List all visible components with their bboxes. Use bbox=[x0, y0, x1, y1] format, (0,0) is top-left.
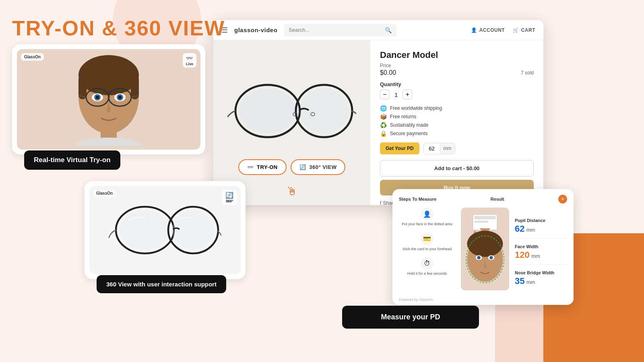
badge-360: 🔄 360° bbox=[222, 190, 237, 205]
pd-steps-column: 👤 Put your face in the dotted area 💳 Sti… bbox=[399, 208, 455, 290]
view-360-button[interactable]: 🔄 360° VIEW bbox=[291, 159, 346, 175]
search-input[interactable] bbox=[289, 27, 382, 33]
face-width-value: 120 bbox=[515, 250, 530, 260]
nose-bridge-value: 35 bbox=[515, 276, 524, 286]
tryon-card-label: Real-time Virtual Try-on bbox=[24, 150, 120, 170]
pd-measurement-card: Steps To Measure Result × 👤 Put your fac… bbox=[392, 189, 574, 305]
pd-result-header-title: Result bbox=[491, 197, 504, 202]
pd-step-3-text: Hold it for a few seconds bbox=[407, 272, 447, 276]
pd-card-header: Steps To Measure Result × bbox=[392, 189, 574, 204]
pd-bottom-label: Measure your PD bbox=[342, 306, 479, 329]
pd-step-1: 👤 Put your face in the dotted area bbox=[399, 208, 455, 227]
glasses-product-image bbox=[227, 79, 356, 143]
get-pd-button[interactable]: Get Your PD bbox=[380, 142, 419, 154]
product-area: 👓 TRY-ON 🔄 360° VIEW 🖱 Dancer Model Pric… bbox=[213, 40, 543, 205]
glasses-image-container bbox=[223, 71, 360, 151]
glasson-badge: GlassOn bbox=[21, 53, 44, 61]
pd-step-2: 💳 Stick the card to your forehead bbox=[399, 232, 455, 252]
pd-step-3-icon: ⏱ bbox=[421, 257, 433, 270]
rotate-360-icon: 🔄 bbox=[225, 191, 233, 199]
card-360-image: GlassOn 🔄 360° bbox=[89, 186, 241, 274]
pd-bottom-label-wrapper: Measure your PD bbox=[342, 306, 479, 329]
live-badge: 👓 Live bbox=[183, 53, 196, 68]
account-label: ACCOUNT bbox=[479, 27, 505, 33]
card-360-wrapper: GlassOn 🔄 360° bbox=[85, 181, 246, 279]
pd-face-svg bbox=[461, 213, 509, 285]
product-name: Dancer Model bbox=[380, 50, 534, 60]
nose-bridge-unit: mm bbox=[526, 279, 535, 285]
account-icon: 👤 bbox=[471, 27, 477, 33]
cart-label: CART bbox=[521, 27, 535, 33]
product-info-section: Dancer Model Price $0.00 7 sold Quantity… bbox=[370, 40, 543, 205]
shipping-icon: 🌐 bbox=[380, 105, 387, 111]
features-list: 🌐 Free worldwide shipping 📦 Free returns… bbox=[380, 105, 534, 137]
pd-card-body: 👤 Put your face in the dotted area 💳 Sti… bbox=[392, 204, 574, 296]
sold-badge: 7 sold bbox=[521, 70, 534, 76]
nav-right-section: 👤 ACCOUNT 🛒 CART bbox=[471, 27, 535, 33]
svg-point-32 bbox=[477, 256, 481, 259]
svg-point-14 bbox=[96, 96, 99, 99]
pd-step-2-text: Stick the card to your forehead bbox=[402, 247, 452, 252]
tryon-card: GlassOn 👓 Live bbox=[12, 44, 205, 174]
svg-point-17 bbox=[118, 96, 122, 99]
nav-logo: glasson-video bbox=[234, 27, 277, 33]
badge-360-text: 360° bbox=[226, 199, 233, 203]
pd-close-button[interactable]: × bbox=[558, 195, 567, 204]
pd-unit: mm bbox=[440, 143, 455, 154]
card-360: GlassOn 🔄 360° bbox=[85, 181, 246, 297]
quantity-increase-button[interactable]: + bbox=[402, 90, 412, 99]
glasson-360-badge: GlassOn bbox=[93, 190, 116, 197]
glasses-icon: 👓 bbox=[247, 164, 254, 170]
svg-point-34 bbox=[489, 256, 493, 259]
pd-step-1-icon: 👤 bbox=[421, 208, 433, 220]
rotate-icon: 🔄 bbox=[299, 164, 306, 170]
pd-input-group: mm bbox=[423, 143, 455, 154]
returns-icon: 📦 bbox=[380, 113, 387, 120]
tryon-card-wrapper: GlassOn 👓 Live bbox=[12, 44, 205, 154]
person-face-svg bbox=[68, 53, 149, 146]
try-on-button[interactable]: 👓 TRY-ON bbox=[238, 159, 287, 175]
pd-result-pupil: Pupil Distance 62 mm bbox=[515, 218, 567, 239]
share-icon: f bbox=[380, 200, 381, 205]
feature-shipping: 🌐 Free worldwide shipping bbox=[380, 105, 534, 111]
pd-powered-text: Powered by GlassOn bbox=[392, 296, 574, 305]
feature-sustainable: ♻️ Sustainably made bbox=[380, 122, 534, 128]
face-width-unit: mm bbox=[531, 253, 540, 259]
browser-navbar: ☰ glasson-video 🔍 👤 ACCOUNT 🛒 CART bbox=[213, 20, 543, 40]
product-image-section: 👓 TRY-ON 🔄 360° VIEW 🖱 bbox=[213, 40, 370, 205]
add-to-cart-button[interactable]: Add to cart - $0.00 bbox=[380, 160, 534, 177]
main-title: TRY-ON & 360 VIEW bbox=[12, 16, 225, 40]
pd-face-image bbox=[461, 208, 509, 290]
pd-row: Get Your PD mm bbox=[380, 142, 534, 154]
pd-steps-header-title: Steps To Measure bbox=[399, 197, 436, 202]
pd-step-3: ⏱ Hold it for a few seconds bbox=[399, 257, 455, 276]
glasses-360-svg bbox=[109, 198, 221, 262]
pupil-distance-value: 62 bbox=[515, 224, 524, 234]
search-bar[interactable]: 🔍 bbox=[284, 24, 396, 37]
live-icon: 👓 bbox=[186, 55, 193, 61]
svg-point-7 bbox=[72, 138, 145, 146]
face-width-label: Face Width bbox=[515, 244, 567, 249]
svg-point-25 bbox=[172, 211, 214, 249]
account-button[interactable]: 👤 ACCOUNT bbox=[471, 27, 505, 33]
cart-button[interactable]: 🛒 CART bbox=[513, 27, 535, 33]
svg-point-23 bbox=[120, 211, 170, 249]
view-360-label: 360° VIEW bbox=[309, 164, 336, 170]
pd-step-2-icon: 💳 bbox=[421, 232, 433, 245]
pd-result-nose-bridge: Nose Bridge Width 35 mm bbox=[515, 270, 567, 290]
svg-point-3 bbox=[300, 89, 348, 133]
try-on-buttons-row: 👓 TRY-ON 🔄 360° VIEW bbox=[238, 159, 346, 175]
sustainable-icon: ♻️ bbox=[380, 122, 387, 128]
quantity-value: 1 bbox=[394, 91, 398, 98]
quantity-decrease-button[interactable]: − bbox=[380, 90, 390, 99]
browser-window: ☰ glasson-video 🔍 👤 ACCOUNT 🛒 CART bbox=[213, 20, 543, 205]
product-price: $0.00 bbox=[380, 69, 396, 76]
quantity-label: Quantity bbox=[380, 81, 534, 87]
feature-secure: 🔒 Secure payments bbox=[380, 130, 534, 137]
search-icon: 🔍 bbox=[385, 27, 392, 33]
pd-input[interactable] bbox=[424, 143, 440, 154]
svg-point-1 bbox=[239, 89, 296, 133]
svg-point-9 bbox=[78, 55, 139, 95]
pd-step-1-text: Put your face in the dotted area bbox=[402, 222, 452, 227]
secure-icon: 🔒 bbox=[380, 130, 387, 137]
